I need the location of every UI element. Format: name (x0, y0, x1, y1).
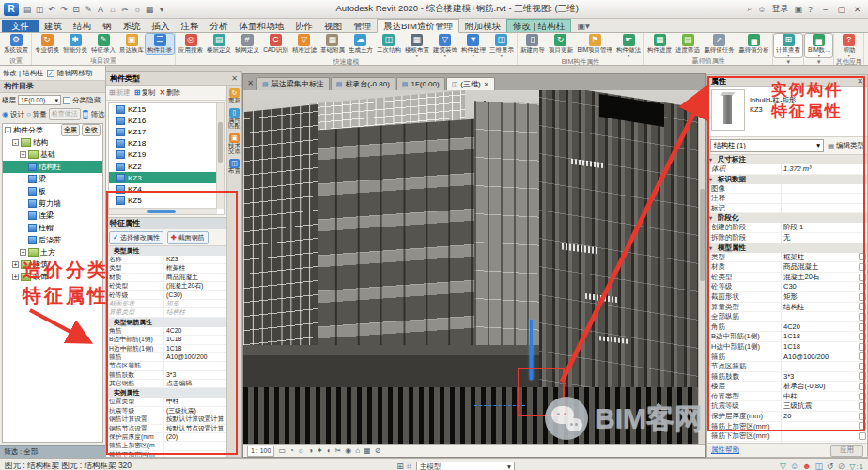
type-list-hscrollbar[interactable] (109, 208, 217, 214)
associate-parameter-button[interactable] (858, 352, 867, 362)
qat-expand-icon[interactable]: ▾ (156, 3, 167, 16)
home-icon[interactable]: ⌂ (107, 3, 118, 16)
quantity-radio[interactable]: ○ (26, 110, 31, 118)
feature-value[interactable]: (C30) (163, 291, 226, 299)
properties-help-link[interactable]: 属性帮助 (711, 446, 739, 455)
feature-row[interactable]: 节点区箍筋 (106, 362, 226, 370)
property-value[interactable]: 1.372 m³ (781, 164, 867, 174)
property-value[interactable]: 桩承台(-0.80) (781, 382, 858, 391)
home-view-icon[interactable]: ⌂ (355, 446, 360, 457)
ribbon-button[interactable]: ▦构件进度 (645, 34, 674, 54)
associate-parameter-button[interactable] (858, 362, 867, 371)
place-tool[interactable]: ◫布置 (228, 159, 241, 175)
property-value[interactable]: 混凝土20石 (781, 273, 858, 282)
feature-value[interactable]: KZ3 (163, 256, 226, 263)
feature-row[interactable]: 砼类型(混凝土20石) (106, 282, 226, 290)
tech-handover-tool[interactable]: ▣技术交底 (228, 133, 241, 155)
modify-icon[interactable]: ✎ (83, 3, 94, 16)
login-button[interactable]: 登录 (771, 3, 788, 15)
hide-crop-icon[interactable]: ◐ (327, 446, 332, 457)
new-type-button[interactable]: ⊞ 新建 (109, 88, 131, 98)
ribbon-tab[interactable]: 插入 (147, 20, 176, 32)
feature-value[interactable]: 4C20 (163, 327, 226, 335)
ribbon-button[interactable]: ◎应用搜索 (177, 34, 205, 54)
property-match-tool[interactable]: ▯属性匹配 (228, 108, 241, 130)
feature-value[interactable]: 1C18 (163, 345, 226, 352)
feature-value[interactable]: 按默认计算设置计算 (163, 415, 226, 423)
ribbon-tab[interactable]: 协作 (289, 20, 318, 32)
ribbon-button[interactable]: ↻项目更新 (547, 34, 575, 54)
property-value[interactable] (781, 431, 858, 441)
associate-parameter-button[interactable] (858, 253, 867, 262)
ribbon-button[interactable]: ▤进度筛选 (674, 34, 702, 54)
feature-row[interactable]: H边中部筋(1侧)1C18 (106, 345, 226, 353)
expand-icon[interactable]: + (12, 274, 19, 280)
property-row[interactable]: 截面形状矩形 (707, 292, 867, 303)
associate-parameter-button[interactable] (858, 412, 867, 421)
property-value[interactable]: 1C18 (781, 342, 858, 352)
save-icon[interactable]: ◫ (34, 3, 45, 16)
associate-parameter-button[interactable] (858, 342, 867, 352)
sun-icon[interactable]: ☼ (298, 446, 304, 457)
ribbon-tab[interactable]: 建筑 (39, 20, 68, 32)
close-icon[interactable]: ✕ (857, 77, 863, 86)
associate-parameter-button[interactable] (858, 422, 867, 431)
ribbon-tab[interactable]: 晨达BIM造价管理 (377, 19, 459, 33)
ribbon-button[interactable]: ⊞计算查看▾ (774, 34, 802, 57)
property-value[interactable]: 无 (781, 233, 867, 243)
close-button[interactable]: ✕ (850, 3, 864, 16)
collapse-icon[interactable]: - (5, 127, 11, 133)
property-section-header[interactable]: ▾模型属性 (707, 243, 867, 253)
property-value[interactable] (781, 422, 858, 431)
feature-row[interactable]: 砼等级(C30) (106, 291, 226, 300)
ribbon-tab[interactable]: 文件 (2, 20, 39, 32)
property-section-header[interactable]: ▾尺寸标注 (707, 155, 867, 164)
move-with-grid-checkbox[interactable]: ✓ (47, 70, 54, 77)
associate-parameter-button[interactable] (858, 312, 867, 321)
ribbon-button[interactable]: ⚙系统设置 (2, 34, 30, 54)
property-row[interactable]: 体积1.372 m³ (707, 164, 867, 175)
property-row[interactable]: 类型框架柱 (707, 253, 867, 263)
tree-item[interactable]: 板 (3, 185, 102, 197)
editable-only-icon[interactable]: ▽ (780, 460, 786, 470)
ribbon-button[interactable]: ◫二次结构 (375, 34, 403, 54)
property-row[interactable]: 注释 (707, 194, 867, 204)
selection-count[interactable]: ▽:1 (849, 462, 863, 470)
feature-row[interactable]: 名称KZ3 (106, 256, 226, 264)
minimize-button[interactable]: – (818, 3, 832, 16)
viewport-scrollbar[interactable] (698, 90, 705, 444)
property-value[interactable] (781, 194, 867, 203)
ribbon-button[interactable]: ✎特征录入 (89, 34, 117, 54)
filter-button-label[interactable]: 筛选 (90, 110, 104, 119)
ribbon-button[interactable]: ?帮助▾ (835, 34, 862, 57)
property-row[interactable]: 箍筋上加密区(mm) (707, 422, 867, 432)
feature-row[interactable]: 保护层厚度(mm(20) (106, 433, 226, 442)
associate-parameter-button[interactable] (858, 401, 867, 411)
feature-row[interactable]: 截面形状矩形 (106, 300, 226, 308)
property-row[interactable]: 砼类型混凝土20石 (707, 273, 867, 283)
delete-type-button[interactable]: ✕ 删除 (159, 88, 180, 98)
ribbon-tab[interactable]: 结构 (68, 20, 97, 32)
expand-all-button[interactable]: 全展 (61, 124, 80, 136)
list-item[interactable]: KZ16 (109, 115, 224, 126)
property-value[interactable]: 商品混凝土 (781, 262, 858, 272)
feature-value[interactable]: (混凝土20石) (163, 282, 226, 290)
feature-value[interactable]: 点击编辑 (163, 380, 226, 387)
menu-icon[interactable]: ▤ (22, 3, 33, 16)
property-value[interactable]: 矩形 (781, 292, 858, 302)
expand-icon[interactable]: + (12, 261, 19, 268)
revit-logo-icon[interactable]: R (4, 3, 19, 16)
feature-value[interactable]: (20) (163, 433, 226, 441)
feature-value[interactable]: 中柱 (163, 398, 226, 405)
ribbon-button[interactable]: #轴网定义 (233, 34, 261, 54)
property-section-header[interactable]: ▾阶段化 (707, 213, 867, 223)
feature-row[interactable]: 抗震等级(三级抗震) (106, 407, 226, 415)
maximize-button[interactable]: ▢ (834, 3, 848, 16)
check-method-button[interactable]: 检查做法 (49, 108, 81, 120)
property-value[interactable]: C30 (781, 282, 858, 291)
list-item[interactable]: KZ5 (109, 196, 224, 207)
tree-item[interactable]: 连梁 (3, 210, 102, 222)
associate-parameter-button[interactable] (858, 282, 867, 291)
property-row[interactable]: 节点区箍筋 (707, 362, 867, 372)
property-row[interactable]: 箍筋下加密区(mm) (707, 431, 867, 442)
